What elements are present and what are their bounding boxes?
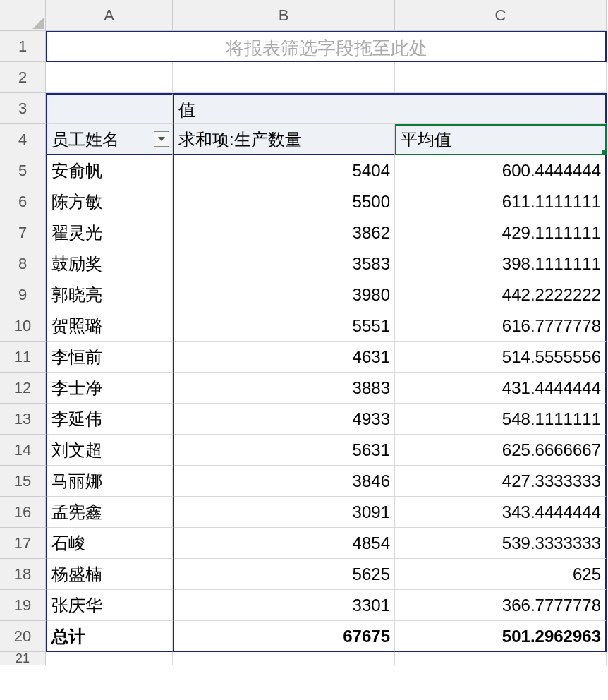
pivot-total-sum[interactable]: 67675: [173, 621, 395, 652]
pivot-cell-avg[interactable]: 398.1111111: [395, 248, 607, 279]
pivot-row-name[interactable]: 杨盛楠: [46, 559, 173, 590]
pivot-cell-avg[interactable]: 343.4444444: [395, 497, 607, 528]
svg-marker-1: [158, 137, 165, 141]
pivot-cell-sum[interactable]: 3091: [173, 497, 395, 528]
pivot-col-header-sum[interactable]: 求和项:生产数量: [173, 124, 395, 155]
row-header-3[interactable]: 3: [0, 93, 46, 124]
row-header-4[interactable]: 4: [0, 124, 46, 155]
empty-cell[interactable]: [46, 62, 173, 93]
row-header-1[interactable]: 1: [0, 31, 46, 62]
pivot-cell-avg[interactable]: 514.5555556: [395, 342, 607, 373]
pivot-row-name[interactable]: 刘文超: [46, 435, 173, 466]
chevron-down-icon: [158, 137, 165, 141]
pivot-row-name[interactable]: 李延伟: [46, 404, 173, 435]
pivot-cell-sum[interactable]: 5551: [173, 310, 395, 342]
pivot-cell-avg[interactable]: 539.3333333: [395, 528, 607, 559]
empty-cell[interactable]: [173, 652, 395, 665]
pivot-cell-avg[interactable]: 429.1111111: [395, 217, 607, 248]
pivot-cell-avg[interactable]: 548.1111111: [395, 404, 607, 435]
pivot-cell-sum[interactable]: 3846: [173, 466, 395, 497]
col-header-A[interactable]: A: [46, 0, 173, 31]
row-header-14[interactable]: 14: [0, 435, 46, 466]
pivot-cell-sum[interactable]: 5404: [173, 155, 395, 186]
pivot-row-name[interactable]: 李恒前: [46, 342, 173, 373]
pivot-cell-sum[interactable]: 5500: [173, 186, 395, 217]
svg-marker-0: [32, 18, 44, 29]
pivot-row-field-label: 员工姓名: [51, 130, 119, 149]
pivot-corner-blank[interactable]: [46, 93, 173, 124]
pivot-row-field[interactable]: 员工姓名: [46, 124, 173, 155]
row-header-17[interactable]: 17: [0, 528, 46, 559]
pivot-field-dropdown[interactable]: [154, 131, 169, 147]
pivot-cell-avg[interactable]: 427.3333333: [395, 466, 607, 497]
row-header-21[interactable]: 21: [0, 652, 46, 665]
row-header-20[interactable]: 20: [0, 621, 46, 652]
row-header-12[interactable]: 12: [0, 373, 46, 404]
pivot-values-label[interactable]: 值: [173, 93, 607, 124]
pivot-cell-sum[interactable]: 3301: [173, 590, 395, 621]
pivot-row-name[interactable]: 翟灵光: [46, 217, 173, 248]
pivot-row-name[interactable]: 张庆华: [46, 590, 173, 621]
pivot-cell-avg[interactable]: 611.1111111: [395, 186, 607, 217]
row-header-6[interactable]: 6: [0, 186, 46, 217]
pivot-row-name[interactable]: 孟宪鑫: [46, 497, 173, 528]
pivot-cell-avg[interactable]: 600.4444444: [395, 155, 607, 186]
pivot-cell-sum[interactable]: 3980: [173, 279, 395, 310]
pivot-row-name[interactable]: 贺照璐: [46, 310, 173, 342]
empty-cell[interactable]: [395, 62, 607, 93]
pivot-cell-sum[interactable]: 4933: [173, 404, 395, 435]
pivot-cell-avg[interactable]: 442.2222222: [395, 279, 607, 310]
pivot-cell-avg[interactable]: 616.7777778: [395, 310, 607, 342]
pivot-row-name[interactable]: 李士净: [46, 373, 173, 404]
row-header-2[interactable]: 2: [0, 62, 46, 93]
pivot-row-name[interactable]: 郭晓亮: [46, 279, 173, 310]
row-header-18[interactable]: 18: [0, 559, 46, 590]
pivot-cell-sum[interactable]: 5625: [173, 559, 395, 590]
pivot-cell-sum[interactable]: 3883: [173, 373, 395, 404]
pivot-cell-avg[interactable]: 366.7777778: [395, 590, 607, 621]
pivot-row-name[interactable]: 鼓励奖: [46, 248, 173, 279]
pivot-row-name[interactable]: 陈方敏: [46, 186, 173, 217]
row-header-15[interactable]: 15: [0, 466, 46, 497]
empty-cell[interactable]: [395, 652, 607, 665]
pivot-cell-sum[interactable]: 4854: [173, 528, 395, 559]
pivot-row-name[interactable]: 马丽娜: [46, 466, 173, 497]
row-header-10[interactable]: 10: [0, 310, 46, 342]
pivot-cell-avg[interactable]: 625.6666667: [395, 435, 607, 466]
pivot-cell-avg[interactable]: 431.4444444: [395, 373, 607, 404]
pivot-row-name[interactable]: 石峻: [46, 528, 173, 559]
pivot-row-name[interactable]: 安俞帆: [46, 155, 173, 186]
empty-cell[interactable]: [173, 62, 395, 93]
pivot-col-header-avg[interactable]: 平均值: [395, 124, 607, 155]
select-all-corner[interactable]: [0, 0, 46, 31]
col-header-C[interactable]: C: [395, 0, 607, 31]
row-header-8[interactable]: 8: [0, 248, 46, 279]
row-header-5[interactable]: 5: [0, 155, 46, 186]
col-header-B[interactable]: B: [173, 0, 395, 31]
empty-cell[interactable]: [46, 652, 173, 665]
pivot-cell-sum[interactable]: 3862: [173, 217, 395, 248]
row-header-19[interactable]: 19: [0, 590, 46, 621]
pivot-cell-sum[interactable]: 4631: [173, 342, 395, 373]
pivot-cell-sum[interactable]: 5631: [173, 435, 395, 466]
row-header-13[interactable]: 13: [0, 404, 46, 435]
row-header-16[interactable]: 16: [0, 497, 46, 528]
row-header-11[interactable]: 11: [0, 342, 46, 373]
pivot-total-avg[interactable]: 501.2962963: [395, 621, 607, 652]
row-header-9[interactable]: 9: [0, 279, 46, 310]
pivot-cell-sum[interactable]: 3583: [173, 248, 395, 279]
pivot-filter-drop-area[interactable]: 将报表筛选字段拖至此处: [46, 31, 607, 62]
pivot-cell-avg[interactable]: 625: [395, 559, 607, 590]
row-header-7[interactable]: 7: [0, 217, 46, 248]
pivot-total-label[interactable]: 总计: [46, 621, 173, 652]
